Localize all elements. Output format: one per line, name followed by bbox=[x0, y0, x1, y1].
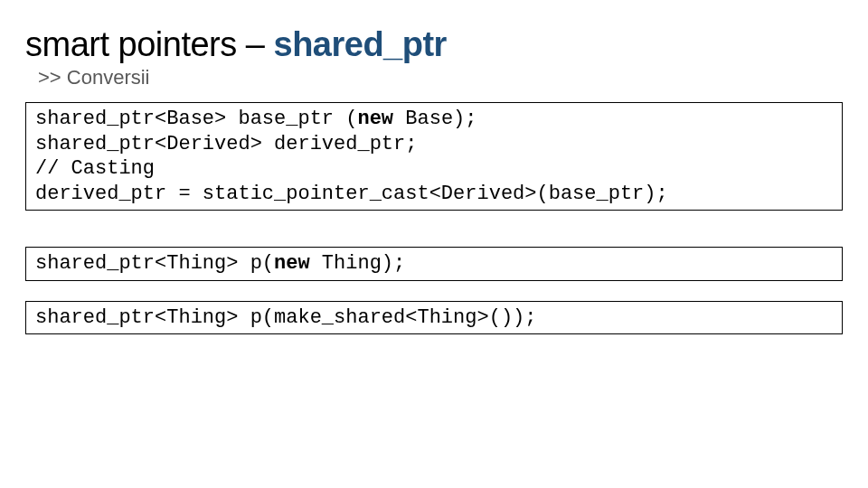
title-prefix: smart pointers – bbox=[25, 25, 274, 63]
code-line: shared_ptr<Base> base_ptr (new Base); bbox=[35, 107, 833, 132]
slide-subtitle: >> Conversii bbox=[38, 66, 843, 89]
code-text: derived_ptr = static_pointer_cast<Derive… bbox=[35, 183, 668, 205]
code-text: shared_ptr<Derived> derived_ptr; bbox=[35, 133, 417, 155]
slide: smart pointers – shared_ptr >> Conversii… bbox=[0, 0, 868, 334]
code-line: shared_ptr<Derived> derived_ptr; bbox=[35, 132, 833, 157]
code-line: // Casting bbox=[35, 156, 833, 182]
code-keyword: new bbox=[274, 252, 310, 275]
code-text: // Casting bbox=[35, 157, 155, 180]
code-line: derived_ptr = static_pointer_cast<Derive… bbox=[35, 182, 833, 207]
code-block: shared_ptr<Base> base_ptr (new Base);sha… bbox=[25, 102, 843, 211]
title-accent: shared_ptr bbox=[274, 25, 447, 63]
code-keyword: new bbox=[357, 108, 393, 130]
code-text: shared_ptr<Base> base_ptr ( bbox=[35, 108, 357, 130]
slide-title: smart pointers – shared_ptr bbox=[25, 25, 843, 64]
code-text: shared_ptr<Thing> p( bbox=[35, 252, 274, 275]
code-line: shared_ptr<Thing> p(new Thing); bbox=[35, 251, 833, 277]
code-text: Base); bbox=[393, 108, 476, 130]
code-block: shared_ptr<Thing> p(new Thing); bbox=[25, 247, 843, 281]
code-text: shared_ptr<Thing> p(make_shared<Thing>()… bbox=[35, 306, 537, 329]
code-line: shared_ptr<Thing> p(make_shared<Thing>()… bbox=[35, 305, 833, 331]
code-block: shared_ptr<Thing> p(make_shared<Thing>()… bbox=[25, 301, 843, 335]
code-text: Thing); bbox=[310, 252, 406, 275]
